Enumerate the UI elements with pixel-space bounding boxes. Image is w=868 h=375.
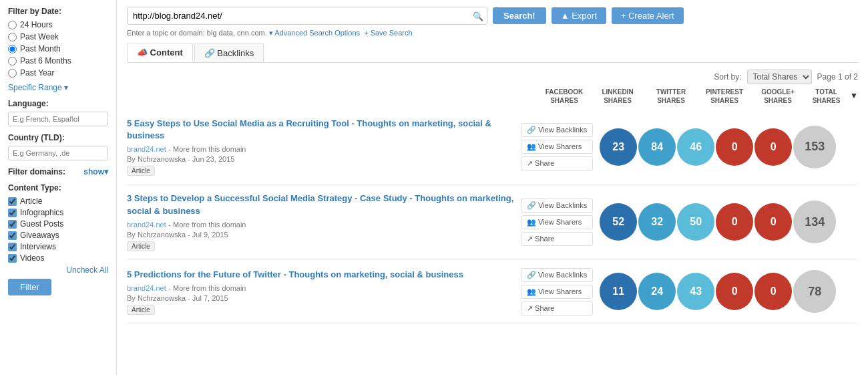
create-alert-button[interactable]: + Create Alert — [612, 7, 684, 24]
language-input[interactable] — [8, 112, 108, 126]
radio-input-week[interactable] — [8, 33, 17, 41]
page-indicator: Page 1 of 2 — [817, 72, 858, 82]
tabs-container: 📣 Content 🔗 Backlinks — [127, 43, 858, 63]
column-headers: FACEBOOKSHARES LINKEDINSHARES TWITTERSHA… — [127, 88, 858, 108]
hint-text: Enter a topic or domain: big data, cnn.c… — [127, 29, 267, 37]
checkbox-label-infographics: Infographics — [20, 208, 63, 217]
checkbox-infographics[interactable]: Infographics — [8, 208, 108, 217]
result-title-2[interactable]: 5 Predictions for the Future of Twitter … — [127, 269, 514, 281]
radio-label-24h: 24 Hours — [20, 20, 53, 29]
language-title: Language: — [8, 99, 108, 108]
country-title: Country (TLD): — [8, 133, 108, 142]
view-backlinks-btn-1[interactable]: 🔗 View Backlinks — [521, 199, 593, 213]
result-domain-1: brand24.net - More from this domain — [127, 219, 514, 229]
circle-total-2: 78 — [793, 270, 836, 313]
radio-input-24h[interactable] — [8, 21, 17, 29]
circle-pinterest-2: 0 — [716, 273, 753, 310]
circle-total-0: 153 — [793, 126, 836, 168]
hint-row: Enter a topic or domain: big data, cnn.c… — [127, 29, 858, 37]
radio-input-6months[interactable] — [8, 57, 17, 66]
circle-facebook-0: 23 — [600, 128, 637, 166]
checkbox-input-giveaways[interactable] — [8, 231, 17, 240]
result-meta-1: By Nchrzanowska - Jul 9, 2015 — [127, 231, 514, 239]
result-domain-0: brand24.net - More from this domain — [127, 144, 514, 154]
filter-button[interactable]: Filter — [8, 279, 51, 295]
radio-input-year[interactable] — [8, 69, 17, 78]
results-list: 5 Easy Steps to Use Social Media as a Re… — [127, 110, 858, 324]
sort-by-label: Sort by: — [714, 72, 741, 82]
checkbox-input-interviews[interactable] — [8, 243, 17, 251]
filter-domains-label: Filter domains: — [8, 167, 65, 176]
checkbox-input-article[interactable] — [8, 197, 17, 206]
circle-linkedin-1: 32 — [638, 203, 676, 241]
view-sharers-btn-1[interactable]: 👥 View Sharers — [521, 215, 593, 229]
share-btn-1[interactable]: ↗ Share — [521, 232, 593, 246]
radio-year[interactable]: Past Year — [8, 68, 108, 78]
view-sharers-btn-2[interactable]: 👥 View Sharers — [521, 285, 593, 299]
circle-twitter-0: 46 — [677, 128, 714, 166]
checkbox-label-videos: Videos — [20, 253, 44, 263]
radio-6months[interactable]: Past 6 Months — [8, 56, 108, 66]
table-row: 5 Predictions for the Future of Twitter … — [127, 260, 858, 324]
top-bar: 🔍 Search! ▲ Export + Create Alert — [127, 7, 858, 25]
view-sharers-btn-0[interactable]: 👥 View Sharers — [521, 140, 593, 154]
result-meta-2: By Nchrzanowska - Jul 7, 2015 — [127, 294, 514, 302]
checkbox-input-infographics[interactable] — [8, 209, 17, 217]
checkbox-input-videos[interactable] — [8, 254, 17, 263]
circles-2: 11 24 43 0 0 78 — [600, 270, 836, 313]
filter-date-title: Filter by Date: — [8, 7, 108, 16]
sort-row: Sort by: Total Shares Page 1 of 2 — [127, 70, 858, 84]
specific-range-link[interactable]: Specific Range ▾ — [8, 83, 68, 92]
col-header-total: TOTAL SHARES ▼ — [805, 88, 858, 105]
col-header-linkedin: LINKEDINSHARES — [591, 88, 644, 105]
share-btn-2[interactable]: ↗ Share — [521, 301, 593, 316]
result-meta-0: By Nchrzanowska - Jun 23, 2015 — [127, 155, 514, 163]
advanced-search-link[interactable]: ▾ Advanced Search Options — [269, 29, 360, 37]
col-header-twitter: TWITTERSHARES — [644, 88, 698, 105]
save-search-link[interactable]: + Save Search — [364, 29, 412, 37]
checkbox-interviews[interactable]: Interviews — [8, 242, 108, 251]
result-actions-1: 🔗 View Backlinks 👥 View Sharers ↗ Share — [521, 199, 593, 246]
circle-googleplus-0: 0 — [754, 128, 792, 166]
result-title-1[interactable]: 3 Steps to Develop a Successful Social M… — [127, 193, 514, 217]
view-backlinks-btn-2[interactable]: 🔗 View Backlinks — [521, 268, 593, 282]
checkbox-videos[interactable]: Videos — [8, 253, 108, 263]
circle-googleplus-1: 0 — [754, 203, 792, 241]
tab-backlinks[interactable]: 🔗 Backlinks — [194, 43, 264, 62]
circle-googleplus-2: 0 — [754, 273, 792, 310]
radio-input-month[interactable] — [8, 45, 17, 53]
checkbox-guest_posts[interactable]: Guest Posts — [8, 219, 108, 229]
content-type-title: Content Type: — [8, 183, 108, 193]
checkbox-giveaways[interactable]: Giveaways — [8, 231, 108, 240]
circle-linkedin-0: 84 — [638, 128, 676, 166]
search-button[interactable]: Search! — [493, 7, 546, 24]
uncheck-all-link[interactable]: Uncheck All — [8, 265, 108, 275]
radio-24h[interactable]: 24 Hours — [8, 20, 108, 29]
result-tag-2: Article — [127, 305, 155, 315]
result-content-0: 5 Easy Steps to Use Social Media as a Re… — [127, 118, 514, 176]
view-backlinks-btn-0[interactable]: 🔗 View Backlinks — [521, 123, 593, 137]
sidebar: Filter by Date: 24 HoursPast WeekPast Mo… — [0, 0, 117, 375]
filter-domains-show[interactable]: show▾ — [83, 167, 108, 176]
search-icon[interactable]: 🔍 — [473, 11, 483, 21]
sort-select[interactable]: Total Shares — [747, 70, 812, 84]
result-title-0[interactable]: 5 Easy Steps to Use Social Media as a Re… — [127, 118, 514, 142]
circle-twitter-1: 50 — [677, 203, 714, 241]
table-row: 3 Steps to Develop a Successful Social M… — [127, 184, 858, 259]
search-input[interactable] — [127, 7, 487, 25]
checkbox-article[interactable]: Article — [8, 197, 108, 206]
share-btn-0[interactable]: ↗ Share — [521, 156, 593, 170]
radio-month[interactable]: Past Month — [8, 44, 108, 53]
tab-content[interactable]: 📣 Content — [127, 43, 193, 62]
circle-facebook-1: 52 — [600, 203, 637, 241]
circle-total-1: 134 — [793, 201, 836, 243]
result-tag-1: Article — [127, 241, 155, 251]
checkbox-input-guest_posts[interactable] — [8, 220, 17, 229]
result-actions-0: 🔗 View Backlinks 👥 View Sharers ↗ Share — [521, 123, 593, 170]
result-tag-0: Article — [127, 166, 155, 176]
country-input[interactable] — [8, 146, 108, 160]
radio-week[interactable]: Past Week — [8, 32, 108, 41]
radio-label-6months: Past 6 Months — [20, 56, 71, 66]
export-button[interactable]: ▲ Export — [552, 7, 606, 24]
col-header-facebook: FACEBOOKSHARES — [537, 88, 591, 105]
